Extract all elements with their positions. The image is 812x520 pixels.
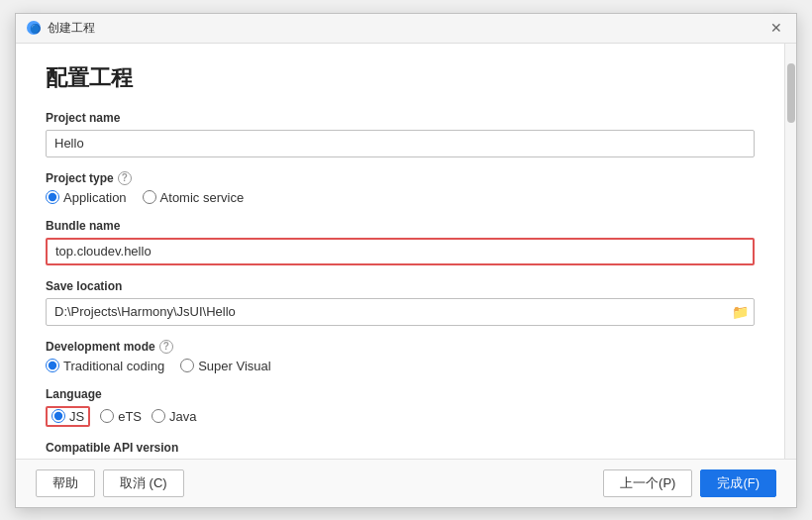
finish-button[interactable]: 完成(F) [700, 469, 776, 497]
language-radio-group: JS eTS Java [46, 406, 755, 427]
project-name-label: Project name [46, 111, 755, 125]
development-mode-radio-group: Traditional coding Super Visual [46, 359, 755, 373]
radio-traditional-label: Traditional coding [63, 359, 164, 373]
prev-button[interactable]: 上一个(P) [603, 469, 692, 497]
create-project-dialog: 🔵 创建工程 ✕ 配置工程 Project name Project type … [15, 13, 797, 508]
radio-application-label: Application [63, 190, 127, 205]
dialog-footer: 帮助 取消 (C) 上一个(P) 完成(F) [16, 459, 796, 507]
radio-application[interactable]: Application [46, 190, 127, 205]
compatible-api-label: Compatible API version [46, 441, 755, 455]
radio-atomic-service-label: Atomic service [160, 190, 245, 205]
radio-js[interactable]: JS [51, 409, 84, 424]
radio-js-label: JS [69, 409, 84, 424]
dialog-title: 创建工程 [48, 20, 95, 37]
development-mode-group: Development mode ? Traditional coding Su… [46, 340, 755, 373]
save-location-group: Save location 📁 [46, 279, 755, 326]
radio-ets-label: eTS [118, 409, 142, 424]
scrollbar-thumb[interactable] [787, 63, 795, 123]
close-button[interactable]: ✕ [766, 18, 786, 38]
bundle-name-group: Bundle name [46, 219, 755, 265]
project-name-input[interactable] [46, 130, 755, 157]
js-radio-highlighted: JS [46, 406, 90, 427]
radio-atomic-service[interactable]: Atomic service [143, 190, 245, 205]
app-icon: 🔵 [26, 20, 42, 36]
project-type-radio-group: Application Atomic service [46, 190, 755, 205]
radio-traditional-coding[interactable]: Traditional coding [46, 359, 164, 373]
bundle-name-input[interactable] [46, 238, 755, 265]
bundle-name-label: Bundle name [46, 219, 755, 233]
footer-left-buttons: 帮助 取消 (C) [36, 469, 184, 497]
project-type-help-icon[interactable]: ? [118, 171, 132, 185]
project-name-group: Project name [46, 111, 755, 157]
project-type-group: Project type ? Application Atomic servic… [46, 171, 755, 205]
cancel-button[interactable]: 取消 (C) [103, 469, 184, 497]
help-button[interactable]: 帮助 [36, 469, 95, 497]
main-content: 配置工程 Project name Project type ? Applica… [16, 44, 784, 459]
radio-ets[interactable]: eTS [100, 409, 142, 424]
radio-super-visual[interactable]: Super Visual [180, 359, 270, 373]
page-title: 配置工程 [46, 63, 755, 93]
project-type-label: Project type ? [46, 171, 755, 185]
title-bar: 🔵 创建工程 ✕ [16, 14, 796, 44]
svg-text:🔵: 🔵 [30, 23, 42, 35]
language-label: Language [46, 387, 755, 401]
save-location-label: Save location [46, 279, 755, 293]
save-location-wrapper: 📁 [46, 298, 755, 326]
compatible-api-group: Compatible API version SDK: API Version … [46, 441, 755, 459]
radio-java-label: Java [169, 409, 196, 424]
language-group: Language JS eTS Java [46, 387, 755, 427]
footer-right-buttons: 上一个(P) 完成(F) [603, 469, 776, 497]
save-location-input[interactable] [46, 298, 755, 326]
scrollbar-track [784, 44, 796, 459]
folder-icon[interactable]: 📁 [732, 304, 749, 320]
radio-super-visual-label: Super Visual [198, 359, 270, 373]
radio-java[interactable]: Java [152, 409, 196, 424]
development-mode-label: Development mode ? [46, 340, 755, 354]
title-bar-left: 🔵 创建工程 [26, 20, 95, 37]
development-mode-help-icon[interactable]: ? [159, 340, 173, 354]
dialog-body: 配置工程 Project name Project type ? Applica… [16, 44, 796, 459]
